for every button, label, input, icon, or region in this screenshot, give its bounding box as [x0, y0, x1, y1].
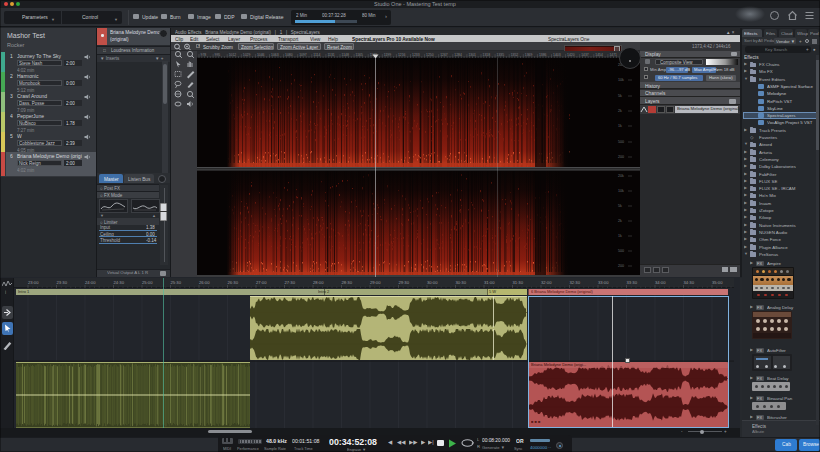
svg-text:25:30: 25:30: [171, 280, 182, 285]
svg-text:200: 200: [618, 264, 624, 268]
svg-text:1284: 1284: [454, 52, 462, 56]
svg-text:1352: 1352: [511, 52, 519, 56]
svg-text:24:30: 24:30: [114, 280, 125, 285]
svg-text:500: 500: [618, 140, 624, 144]
svg-text:10k: 10k: [618, 189, 624, 193]
svg-text:1250: 1250: [426, 52, 434, 56]
svg-text:23:00: 23:00: [28, 280, 39, 285]
svg-text:33:30: 33:30: [627, 280, 638, 285]
svg-text:23:30: 23:30: [57, 280, 68, 285]
svg-text:26:30: 26:30: [228, 280, 239, 285]
svg-text:1029: 1029: [243, 52, 251, 56]
svg-text:1318: 1318: [483, 52, 491, 56]
svg-text:1335: 1335: [497, 52, 505, 56]
svg-text:30:00: 30:00: [427, 280, 438, 285]
svg-text:1k: 1k: [618, 124, 622, 128]
svg-text:32:30: 32:30: [570, 280, 581, 285]
svg-text:27:30: 27:30: [285, 280, 296, 285]
svg-text:1216: 1216: [398, 52, 406, 56]
svg-text:995: 995: [215, 52, 221, 56]
svg-text:20k: 20k: [618, 174, 624, 178]
svg-text:24:00: 24:00: [85, 280, 96, 285]
svg-text:34:00: 34:00: [655, 280, 666, 285]
svg-text:1165: 1165: [356, 52, 363, 56]
svg-text:28:30: 28:30: [342, 280, 353, 285]
svg-text:978: 978: [201, 52, 207, 56]
svg-text:1097: 1097: [299, 52, 307, 56]
svg-text:1403: 1403: [553, 52, 561, 56]
svg-text:1063: 1063: [271, 52, 279, 56]
svg-text:1148: 1148: [342, 52, 349, 56]
svg-text:1k: 1k: [618, 234, 622, 238]
svg-text:34:30: 34:30: [684, 280, 695, 285]
svg-text:5k: 5k: [618, 204, 622, 208]
svg-text:1437: 1437: [581, 52, 589, 56]
svg-text:29:30: 29:30: [399, 280, 410, 285]
svg-text:1233: 1233: [412, 52, 420, 56]
svg-text:1267: 1267: [440, 52, 448, 56]
svg-text:35:00: 35:00: [712, 280, 723, 285]
svg-text:1114: 1114: [313, 52, 320, 56]
svg-text:10k: 10k: [618, 78, 624, 82]
svg-text:1369: 1369: [525, 52, 533, 56]
svg-text:28:00: 28:00: [313, 280, 324, 285]
svg-text:1454: 1454: [595, 52, 603, 56]
svg-text:29:00: 29:00: [370, 280, 381, 285]
svg-text:33:00: 33:00: [598, 280, 609, 285]
svg-text:25:00: 25:00: [142, 280, 153, 285]
svg-text:1131: 1131: [327, 52, 334, 56]
svg-text:31:00: 31:00: [484, 280, 495, 285]
svg-text:2k: 2k: [618, 109, 622, 113]
svg-text:1301: 1301: [468, 52, 476, 56]
svg-text:1012: 1012: [229, 52, 237, 56]
svg-text:26:00: 26:00: [199, 280, 210, 285]
svg-text:27:00: 27:00: [256, 280, 267, 285]
svg-text:2k: 2k: [618, 219, 622, 223]
svg-text:1386: 1386: [539, 52, 547, 56]
svg-text:1471: 1471: [609, 52, 617, 56]
svg-text:1080: 1080: [285, 52, 293, 56]
svg-text:30:30: 30:30: [456, 280, 467, 285]
svg-text:200: 200: [618, 155, 624, 159]
svg-text:32:00: 32:00: [541, 280, 552, 285]
svg-text:5k: 5k: [618, 94, 622, 98]
svg-text:1420: 1420: [567, 52, 575, 56]
svg-text:31:30: 31:30: [513, 280, 524, 285]
svg-text:1046: 1046: [257, 52, 265, 56]
svg-text:1199: 1199: [384, 52, 391, 56]
svg-text:500: 500: [618, 249, 624, 253]
